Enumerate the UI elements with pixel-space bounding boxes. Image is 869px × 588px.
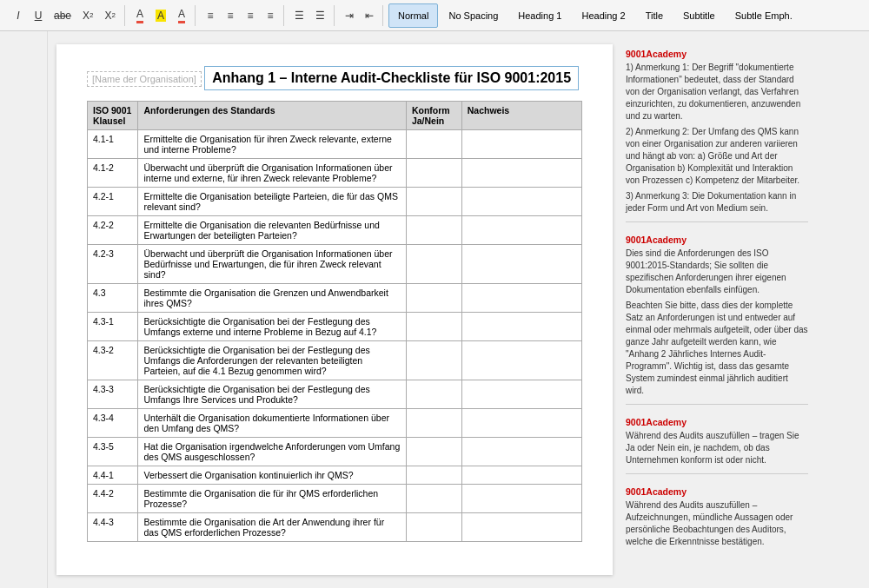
cell-clause: 4.3-4 [88, 409, 138, 438]
table-row: 4.1-2 Überwacht und überprüft die Organi… [88, 159, 582, 188]
cell-konform [406, 513, 461, 542]
cell-konform [406, 216, 461, 245]
italic-button[interactable]: I [9, 5, 28, 26]
style-normal[interactable]: Normal [388, 3, 438, 28]
cell-text: Berücksichtigte die Organisation bei der… [138, 380, 406, 409]
align-justify-button[interactable]: ≡ [261, 5, 280, 26]
note-title: 9001Academy [626, 235, 808, 245]
font-format-group: I U abe X2 X2 [5, 5, 125, 26]
cell-text: Bestimmte die Organisation die für ihr Q… [138, 485, 406, 513]
subscript-button[interactable]: X2 [77, 5, 98, 26]
style-no-spacing[interactable]: No Spacing [439, 3, 507, 28]
col-header-anforderung: Anforderungen des Standards [138, 102, 406, 130]
cell-nachweis [461, 380, 581, 409]
cell-nachweis [461, 284, 581, 313]
underline-button[interactable]: U [29, 5, 48, 26]
style-buttons-group: Normal No Spacing Heading 1 Heading 2 Ti… [388, 3, 802, 28]
cell-clause: 4.3-1 [88, 313, 138, 341]
style-subtitle[interactable]: Subtitle [673, 3, 725, 28]
cell-nachweis [461, 466, 581, 485]
cell-nachweis [461, 159, 581, 188]
cell-konform [406, 188, 461, 216]
style-heading2[interactable]: Heading 2 [572, 3, 634, 28]
cell-nachweis [461, 188, 581, 216]
cell-clause: 4.1-2 [88, 159, 138, 188]
cell-text: Überwacht und überprüft die Organisation… [138, 159, 406, 188]
table-row: 4.3-5 Hat die Organisation irgendwelche … [88, 438, 582, 466]
note-text: Während des Audits auszufüllen – tragen … [626, 430, 808, 466]
cell-text: Bestimmte die Organisation die Art der A… [138, 513, 406, 542]
note-paragraph: Während des Audits auszufüllen – Aufzeic… [626, 499, 808, 548]
style-title[interactable]: Title [636, 3, 673, 28]
cell-clause: 4.1-1 [88, 130, 138, 159]
note-paragraph: Dies sind die Anforderungen des ISO 9001… [626, 248, 808, 296]
table-row: 4.1-1 Ermittelte die Organisation für ih… [88, 130, 582, 159]
cell-nachweis [461, 513, 581, 542]
table-header-row: ISO 9001Klausel Anforderungen des Standa… [88, 102, 582, 130]
highlight-group: A A A [127, 5, 196, 26]
cell-text: Überwacht und überprüft die Organisation… [138, 245, 406, 284]
note-text: 1) Anmerkung 1: Der Begriff "dokumentier… [626, 62, 808, 215]
note-text: Während des Audits auszufüllen – Aufzeic… [626, 499, 808, 548]
cell-konform [406, 341, 461, 380]
text-color-button[interactable]: A [172, 5, 191, 26]
table-row: 4.3 Bestimmte die Organisation die Grenz… [88, 284, 582, 313]
col-header-nachweis: Nachweis [461, 102, 581, 130]
cell-nachweis [461, 130, 581, 159]
style-heading1[interactable]: Heading 1 [508, 3, 571, 28]
numbered-list-button[interactable]: ☰ [310, 5, 330, 26]
cell-clause: 4.3-2 [88, 341, 138, 380]
cell-nachweis [461, 341, 581, 380]
cell-clause: 4.3-3 [88, 380, 138, 409]
table-row: 4.2-3 Überwacht und überprüft die Organi… [88, 245, 582, 284]
indent-button[interactable]: ⇥ [340, 5, 359, 26]
cell-konform [406, 313, 461, 341]
note-block: 9001AcademyWährend des Audits auszufülle… [626, 417, 808, 474]
cell-text: Bestimmte die Organisation die Grenzen u… [138, 284, 406, 313]
cell-nachweis [461, 485, 581, 513]
outdent-button[interactable]: ⇤ [360, 5, 379, 26]
table-row: 4.3-1 Berücksichtigte die Organisation b… [88, 313, 582, 341]
note-paragraph: 1) Anmerkung 1: Der Begriff "dokumentier… [626, 62, 808, 122]
note-paragraph: 3) Anmerkung 3: Die Dokumentation kann i… [626, 190, 808, 215]
note-divider [626, 473, 808, 474]
bullet-list-button[interactable]: ☰ [289, 5, 309, 26]
cell-text: Ermittelte die Organisation die relevant… [138, 216, 406, 245]
cell-clause: 4.2-3 [88, 245, 138, 284]
align-center-button[interactable]: ≡ [221, 5, 240, 26]
note-title: 9001Academy [626, 49, 808, 59]
cell-clause: 4.4-3 [88, 513, 138, 542]
col-header-klausel: ISO 9001Klausel [88, 102, 138, 130]
cell-nachweis [461, 409, 581, 438]
note-block: 9001AcademyDies sind die Anforderungen d… [626, 235, 808, 405]
table-row: 4.4-2 Bestimmte die Organisation die für… [88, 485, 582, 513]
strikethrough-button[interactable]: abe [49, 5, 76, 26]
cell-nachweis [461, 313, 581, 341]
cell-nachweis [461, 245, 581, 284]
table-row: 4.4-1 Verbessert die Organisation kontin… [88, 466, 582, 485]
cell-konform [406, 466, 461, 485]
toolbar: I U abe X2 X2 A A A ≡ ≡ ≡ ≡ ☰ ☰ ⇥ ⇤ Norm… [0, 0, 869, 31]
content-area: [Name der Organisation] Anhang 1 – Inter… [0, 31, 869, 588]
align-left-button[interactable]: ≡ [201, 5, 220, 26]
list-group: ☰ ☰ [286, 5, 335, 26]
sidebar-notes: 9001Academy1) Anmerkung 1: Der Begriff "… [621, 44, 813, 575]
note-block: 9001AcademyWährend des Audits auszufülle… [626, 486, 808, 548]
cell-nachweis [461, 216, 581, 245]
indent-group: ⇥ ⇤ [336, 5, 383, 26]
cell-konform [406, 284, 461, 313]
superscript-button[interactable]: X2 [100, 5, 121, 26]
cell-clause: 4.2-2 [88, 216, 138, 245]
table-row: 4.2-1 Ermittelte die Organisation beteil… [88, 188, 582, 216]
table-row: 4.3-4 Unterhält die Organisation dokumen… [88, 409, 582, 438]
cell-konform [406, 159, 461, 188]
highlight-color-button[interactable]: A [150, 5, 171, 26]
cell-nachweis [461, 438, 581, 466]
cell-text: Ermittelte die Organisation beteiligte P… [138, 188, 406, 216]
cell-clause: 4.4-2 [88, 485, 138, 513]
font-color-button[interactable]: A [130, 5, 149, 26]
style-subtle-emph[interactable]: Subtle Emph. [726, 3, 802, 28]
org-name-placeholder: [Name der Organisation] [87, 71, 202, 87]
align-group: ≡ ≡ ≡ ≡ [197, 5, 284, 26]
align-right-button[interactable]: ≡ [241, 5, 260, 26]
